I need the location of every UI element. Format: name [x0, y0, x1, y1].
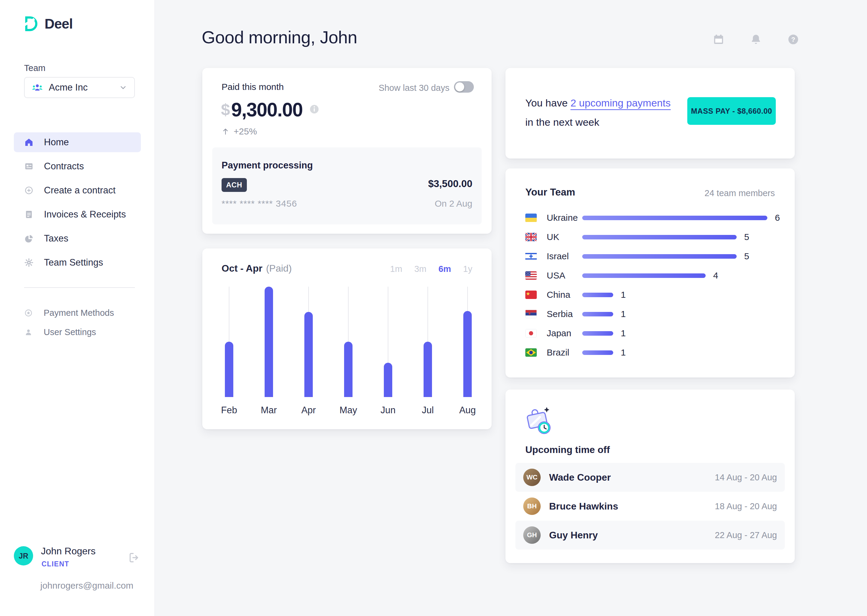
- document-icon: [24, 210, 34, 219]
- mass-pay-button[interactable]: MASS PAY - $8,660.00: [687, 97, 776, 125]
- sidebar-secondary-menu: Payment MethodsUser Settings: [14, 303, 141, 342]
- toggle-label: Show last 30 days: [379, 83, 449, 93]
- time-off-name: Guy Henry: [549, 530, 598, 541]
- paid-chart-card: Oct - Apr (Paid) 1m3m6m1y FebMarAprMayJu…: [202, 248, 492, 429]
- country-count: 1: [621, 309, 626, 319]
- upcoming-payments-link[interactable]: 2 upcoming payments: [571, 97, 671, 110]
- sidebar-item-taxes[interactable]: Taxes: [14, 229, 141, 248]
- sidebar-item-contracts[interactable]: Contracts: [14, 156, 141, 176]
- info-icon[interactable]: [309, 104, 320, 115]
- sidebar-item-label: Team Settings: [44, 257, 103, 268]
- show-last-30-days-toggle[interactable]: [454, 81, 474, 93]
- processing-amount: $3,500.00: [428, 178, 472, 190]
- time-off-dates: 22 Aug - 27 Aug: [715, 530, 777, 540]
- country-bar: [582, 331, 613, 336]
- sidebar-item-label: Contracts: [44, 161, 84, 172]
- paid-this-month-card: Paid this month Show last 30 days $ 9,30…: [202, 68, 492, 234]
- country-count: 1: [621, 347, 626, 358]
- sidebar-item-payment-methods[interactable]: Payment Methods: [14, 303, 141, 322]
- country-count: 4: [713, 270, 718, 281]
- range-tab-1y[interactable]: 1y: [463, 264, 472, 274]
- country-name: China: [547, 290, 582, 300]
- avatar: GH: [523, 526, 541, 544]
- team-row-usa: USA4: [525, 266, 783, 285]
- payment-processing-title: Payment processing: [222, 160, 313, 171]
- chart-bar-jun: [384, 363, 392, 397]
- team-row-israel: Israel5: [525, 247, 783, 266]
- team-row-uk: UK5: [525, 227, 783, 247]
- star-circle-icon: [24, 309, 33, 317]
- flag-uk-icon: [525, 233, 537, 241]
- user-email: johnrogers@gmail.com: [40, 580, 133, 591]
- range-tab-3m[interactable]: 3m: [414, 264, 426, 274]
- payment-processing-panel: Payment processing ACH $3,500.00 **** **…: [212, 148, 482, 225]
- team-selector[interactable]: Acme Inc: [24, 77, 135, 98]
- country-name: Israel: [547, 251, 582, 261]
- sidebar-item-create-contract[interactable]: Create a contract: [14, 181, 141, 200]
- paid-amount: $ 9,300.00: [221, 99, 320, 121]
- suitcase-clock-icon: [523, 405, 554, 436]
- chart-title: Oct - Apr: [222, 263, 263, 274]
- country-name: UK: [547, 232, 582, 242]
- team-row-japan: Japan1: [525, 324, 783, 343]
- help-icon[interactable]: ?: [787, 33, 799, 46]
- chart-x-label: Apr: [290, 405, 326, 416]
- country-name: Brazil: [547, 347, 582, 358]
- header-icons: ?: [712, 33, 799, 46]
- upcoming-time-off-card: Upcoming time off WCWade Cooper14 Aug - …: [506, 390, 795, 563]
- deel-dashboard: Deel Team Acme Inc HomeContractsCreate a…: [0, 0, 867, 616]
- sidebar-item-invoices[interactable]: Invoices & Receipts: [14, 204, 141, 225]
- pie-chart-icon: [24, 234, 34, 244]
- home-icon: [24, 137, 34, 147]
- sidebar-item-team-settings[interactable]: Team Settings: [14, 253, 141, 272]
- country-name: Serbia: [547, 309, 582, 319]
- country-count: 5: [744, 251, 749, 261]
- country-count: 1: [621, 290, 626, 300]
- chart-x-label: Aug: [449, 405, 486, 416]
- chart-bar-jul: [424, 342, 432, 397]
- time-off-row[interactable]: BHBruce Hawkins18 Aug - 20 Aug: [515, 492, 785, 521]
- time-off-list: WCWade Cooper14 Aug - 20 AugBHBruce Hawk…: [515, 463, 785, 550]
- team-row-brazil: Brazil1: [525, 343, 783, 362]
- sidebar-item-label: Taxes: [44, 233, 68, 244]
- currency-symbol: $: [221, 100, 230, 119]
- team-row-serbia: Serbia1: [525, 304, 783, 324]
- brand-name: Deel: [44, 16, 73, 32]
- processing-date: On 2 Aug: [435, 198, 472, 209]
- country-bar: [582, 254, 737, 259]
- person-icon: [24, 328, 33, 336]
- range-tab-6m[interactable]: 6m: [438, 264, 451, 274]
- sidebar-item-label: Home: [44, 137, 69, 148]
- sidebar-item-label: Invoices & Receipts: [44, 209, 126, 220]
- upcoming-payments-text: You have 2 upcoming payments in the next…: [525, 93, 694, 132]
- time-off-dates: 14 Aug - 20 Aug: [715, 473, 777, 482]
- change-value: +25%: [233, 126, 257, 137]
- text-suffix: in the next week: [525, 113, 694, 132]
- chart-subtitle: (Paid): [266, 263, 292, 274]
- chart-bar-may: [344, 342, 353, 397]
- svg-text:?: ?: [791, 36, 795, 43]
- range-tab-1m[interactable]: 1m: [390, 264, 402, 274]
- time-off-row[interactable]: GHGuy Henry22 Aug - 27 Aug: [515, 521, 785, 550]
- chart-bar-apr: [304, 312, 313, 397]
- chart-x-label: Mar: [251, 405, 287, 416]
- amount-value: 9,300.00: [231, 99, 303, 121]
- sidebar-item-home[interactable]: Home: [14, 132, 141, 152]
- sidebar-item-user-settings[interactable]: User Settings: [14, 322, 141, 342]
- logout-icon[interactable]: [128, 551, 141, 564]
- people-icon: [31, 82, 43, 94]
- time-off-row[interactable]: WCWade Cooper14 Aug - 20 Aug: [515, 463, 785, 492]
- sidebar-item-label: User Settings: [44, 327, 96, 337]
- sidebar-item-label: Payment Methods: [44, 308, 114, 318]
- country-name: Japan: [547, 328, 582, 338]
- team-row-china: China1: [525, 285, 783, 304]
- country-bar: [582, 235, 737, 239]
- team-label: Team: [24, 63, 46, 73]
- bell-icon[interactable]: [750, 33, 762, 46]
- calendar-icon[interactable]: [712, 33, 725, 46]
- chart-bar-mar: [265, 287, 273, 397]
- brand-logo[interactable]: Deel: [24, 16, 73, 32]
- country-count: 6: [775, 213, 780, 223]
- chevron-down-icon: [118, 83, 128, 92]
- team-members-count: 24 team members: [705, 188, 775, 198]
